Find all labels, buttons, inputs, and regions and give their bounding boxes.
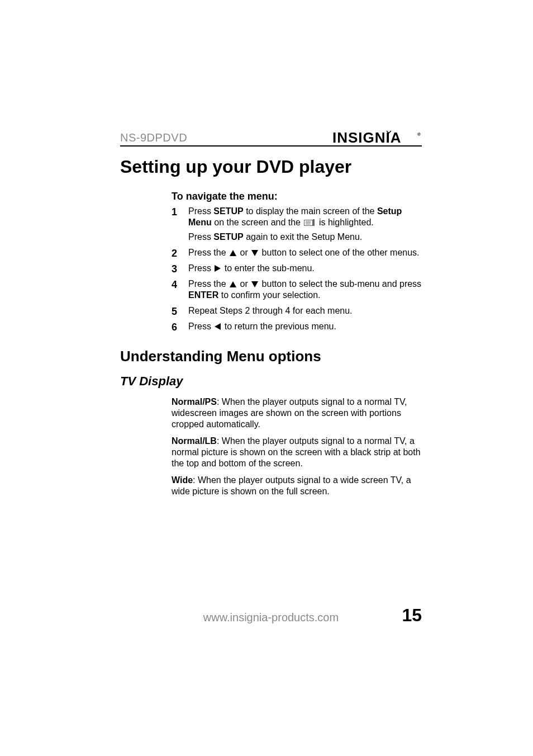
right-arrow-icon (215, 265, 221, 272)
up-arrow-icon (230, 281, 236, 287)
navigate-menu-block: To navigate the menu: 1 Press SETUP to d… (172, 191, 422, 332)
tv-wide: Wide: When the player outputs signal to … (172, 475, 422, 497)
text: or (237, 248, 250, 257)
brand-logo: INSIGNIA ® (332, 130, 422, 146)
section-heading: Understanding Menu options (120, 348, 422, 365)
step-number: 2 (172, 247, 177, 260)
step-4: 4 Press the or button to select the sub-… (172, 278, 422, 301)
option-desc: : When the player outputs signal to a wi… (172, 475, 411, 496)
text: to display the main screen of the (244, 206, 377, 216)
text: Press the (188, 248, 229, 257)
steps-list: 1 Press SETUP to display the main screen… (172, 206, 422, 332)
menu-icon (304, 218, 315, 229)
enter-key: ENTER (188, 290, 218, 300)
down-arrow-icon (251, 281, 258, 287)
text: on the screen and the (212, 218, 303, 227)
page-content: NS-9DPDVD INSIGNIA ® Setting up your DVD… (120, 129, 422, 503)
step-number: 1 (172, 206, 177, 219)
step-number: 4 (172, 278, 177, 291)
step-1: 1 Press SETUP to display the main screen… (172, 206, 422, 243)
step-2: 2 Press the or button to select one of t… (172, 247, 422, 258)
step-5: 5 Repeat Steps 2 through 4 for each menu… (172, 305, 422, 316)
text: button to select one of the other menus. (259, 248, 419, 257)
text: to return the previous menu. (222, 322, 336, 331)
text: to enter the sub-menu. (222, 263, 314, 273)
step-number: 3 (172, 263, 177, 276)
option-label: Wide (172, 475, 193, 485)
step-3: 3 Press to enter the sub-menu. (172, 263, 422, 274)
text: to confirm your selection. (218, 290, 320, 300)
subsection-heading: TV Display (120, 374, 422, 389)
text: Press (188, 263, 213, 273)
text: button to select the sub-menu and press (259, 279, 421, 289)
model-number: NS-9DPDVD (120, 131, 187, 144)
setup-key: SETUP (213, 206, 243, 216)
up-arrow-icon (230, 250, 236, 256)
option-label: Normal/LB (172, 436, 217, 446)
footer-url: www.insignia-products.com (154, 611, 388, 624)
down-arrow-icon (251, 250, 258, 256)
page-number: 15 (388, 605, 422, 626)
text: Press (188, 322, 213, 331)
step-6: 6 Press to return the previous menu. (172, 321, 422, 332)
option-label: Normal/PS (172, 397, 217, 407)
tv-display-block: Normal/PS: When the player outputs signa… (172, 396, 422, 497)
page-header: NS-9DPDVD INSIGNIA ® (120, 129, 422, 147)
setup-key: SETUP (213, 232, 243, 242)
page-title: Setting up your DVD player (120, 157, 422, 177)
text: or (237, 279, 250, 289)
tv-normal-ps: Normal/PS: When the player outputs signa… (172, 396, 422, 430)
step-number: 5 (172, 305, 177, 318)
tv-normal-lb: Normal/LB: When the player outputs signa… (172, 436, 422, 469)
navigate-heading: To navigate the menu: (172, 191, 422, 202)
text: again to exit the Setup Menu. (244, 232, 363, 242)
svg-text:®: ® (417, 132, 421, 137)
step-number: 6 (172, 321, 177, 334)
svg-text:INSIGNIA: INSIGNIA (332, 130, 402, 146)
text: Repeat Steps 2 through 4 for each menu. (188, 306, 353, 315)
text: is highlighted. (316, 218, 373, 227)
page-footer: www.insignia-products.com 15 (120, 605, 422, 626)
text: Press the (188, 279, 229, 289)
left-arrow-icon (215, 323, 221, 330)
text: Press (188, 206, 213, 216)
svg-rect-6 (313, 219, 315, 226)
text: Press (188, 232, 213, 242)
